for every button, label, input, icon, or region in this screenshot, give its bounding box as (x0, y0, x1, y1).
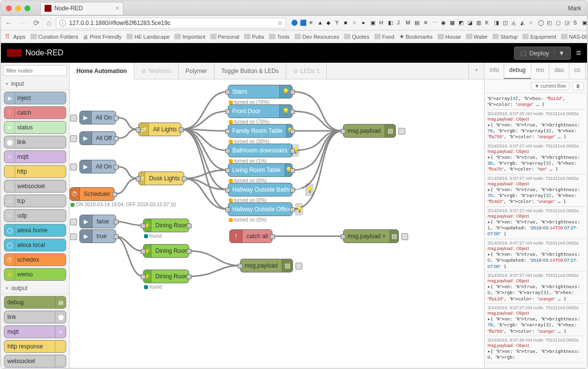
palette-link[interactable]: link⬤ (4, 311, 66, 323)
debug-payload-2[interactable]: msg.payload ×▤ (343, 229, 399, 243)
bookmark[interactable]: Tools (268, 33, 291, 41)
address-bar[interactable]: i 127.0.0.1:1880/#flow/62f61283.5ce19c ☆ (56, 18, 286, 28)
deploy-dropdown-icon[interactable]: ▼ (554, 49, 565, 57)
palette-mqtt[interactable]: mqtt≡ (4, 325, 66, 338)
debug-message[interactable]: 3/14/2018, 9:07:25 AM node: 701011e3.008… (486, 110, 586, 142)
bookmark[interactable]: Quotes (343, 33, 370, 41)
palette-link[interactable]: ⬤link (4, 136, 66, 148)
debug-message[interactable]: 3/14/2018, 9:07:27 AM node: 701011e3.008… (486, 142, 586, 174)
bookmark[interactable]: Dev Resources (293, 33, 341, 41)
dining-room-3[interactable]: ⚡Dining Room (143, 270, 189, 283)
palette-schedex[interactable]: ⏱schedex (4, 253, 66, 266)
inject-button[interactable] (70, 219, 77, 225)
tab-debug[interactable]: debug (504, 63, 531, 79)
palette-http-response[interactable]: http response⬚ (4, 340, 66, 353)
debug-toggle[interactable] (401, 233, 408, 240)
deploy-button[interactable]: ⬚ Deploy ▼ (514, 47, 571, 60)
palette-status[interactable]: ●status (4, 121, 66, 134)
palette-websocket[interactable]: ⬚websocket (4, 180, 66, 193)
extension-icons[interactable]: 🔵🟦✳▲◆Y■○●▣H◧JM▤✕⋯◉▦◩◪▥K◨◫◬◭○◯◰▢◲S▣◴m◶⋮ (291, 20, 588, 26)
filter-button[interactable]: ▼ current flow (531, 82, 569, 90)
light-node[interactable]: Living Room Table💡 (228, 163, 293, 177)
close-tab-icon[interactable]: × (116, 5, 119, 12)
tab-polymer[interactable]: Polymer (179, 63, 215, 79)
debug-message[interactable]: "k">array[3], "k">hex: "ffa12d", "k">col… (486, 94, 586, 110)
bookmark[interactable]: Food (373, 33, 396, 41)
debug-message[interactable]: 3/14/2018, 9:07:27 AM node: 701011e3.008… (486, 207, 586, 239)
home-icon[interactable]: ⌂ (47, 19, 51, 27)
palette-inject[interactable]: ▶inject (4, 92, 66, 104)
site-info-icon[interactable]: i (59, 20, 66, 26)
tab-toggle[interactable]: Toggle Button & LEDs (215, 63, 286, 79)
tab-info[interactable]: info (485, 63, 504, 79)
debug-message[interactable]: 3/14/2018, 9:07:27 AM node: 701011e3.008… (486, 174, 586, 207)
tab-mo[interactable]: mo (531, 63, 550, 79)
inject-all-on-2[interactable]: ▶All On (79, 160, 116, 173)
browser-tab[interactable]: Node-RED × (40, 2, 123, 15)
tab-netatmo[interactable]: ⊘NetAtmo (134, 63, 179, 79)
bookmark[interactable]: Important (173, 33, 206, 41)
add-tab-button[interactable]: + (468, 63, 484, 79)
debug-message[interactable]: 3/14/2018, 9:07:27 AM node: 701011e3.008… (486, 239, 586, 271)
palette-alexa-local[interactable]: ◯alexa local (4, 239, 66, 251)
bookmark[interactable]: Apps (12, 33, 27, 41)
all-lights-node[interactable]: ⇄All Lights (138, 123, 181, 136)
dining-room-1[interactable]: ⚡Dining Room (143, 219, 189, 232)
inject-all-off[interactable]: ▶All Off (79, 131, 116, 145)
catch-all-node[interactable]: !catch all (229, 229, 272, 243)
debug-message[interactable]: 3/14/2018, 9:07:27 AM node: 701011e3.008… (486, 304, 586, 336)
dining-room-2[interactable]: ⚡Dining Room (143, 244, 189, 258)
debug-message[interactable]: 3/14/2018, 9:07:27 AM node: 701011e3.008… (486, 271, 586, 304)
bookmark[interactable]: HE Landscape (125, 33, 171, 41)
palette-http[interactable]: ⬚http (4, 165, 66, 178)
bookmark[interactable]: Startup (491, 33, 519, 41)
inject-button[interactable] (70, 135, 77, 142)
light-node[interactable]: Hallway Outside Bathroom💡 (228, 183, 293, 197)
apps-icon[interactable]: ⠿ (5, 33, 10, 40)
inject-all-on[interactable]: ▶All On (79, 111, 116, 124)
debug-toggle[interactable] (398, 128, 405, 135)
light-node[interactable]: Family Room Table💡 (228, 124, 293, 138)
filter-input[interactable] (3, 65, 67, 76)
bookmark[interactable]: NAS-09 (560, 33, 587, 41)
bookmark[interactable]: Personal (209, 33, 241, 41)
flow-canvas[interactable]: ▶All On ▶All Off ▶All On ▶false ▶true ⇄A… (70, 79, 484, 368)
inject-false[interactable]: ▶false (79, 215, 116, 228)
debug-log[interactable]: "k">array[3], "k">hex: "ffa12d", "k">col… (485, 93, 587, 368)
inject-true[interactable]: ▶true (79, 229, 116, 243)
bookmark[interactable]: House (436, 33, 463, 41)
debug-payload-1[interactable]: msg.payload▤ (343, 124, 396, 138)
reload-icon[interactable]: ⟳ (33, 19, 40, 27)
inject-button[interactable] (70, 115, 77, 122)
bookmark[interactable]: Pubs (243, 33, 266, 41)
bookmark[interactable]: Wabe (465, 33, 489, 41)
back-icon[interactable]: ← (5, 19, 12, 27)
bookmark[interactable]: Equipment (521, 33, 558, 41)
light-node[interactable]: Hallway Outside Office💡 (228, 202, 293, 216)
palette-category-output[interactable]: output (1, 283, 69, 294)
palette-debug[interactable]: debug▤ (4, 296, 66, 309)
inject-button[interactable] (70, 164, 77, 171)
light-node[interactable]: Stairs💡 (228, 85, 293, 98)
light-node[interactable]: Bathroom downstairs💡 (228, 144, 293, 157)
palette-mqtt[interactable]: ≡mqtt (4, 150, 66, 163)
palette-websocket[interactable]: websocket⬚ (4, 355, 66, 368)
debug-toggle[interactable] (295, 263, 302, 270)
profile-name[interactable]: Mark (568, 5, 581, 12)
window-controls[interactable] (6, 5, 30, 11)
star-icon[interactable]: ☆ (277, 20, 283, 26)
debug-message[interactable]: 3/14/2018, 9:07:28 AM node: 701011e3.008… (486, 336, 586, 363)
bookmark[interactable]: Curation Folders (29, 33, 79, 41)
bookmark[interactable]: ★Bookmarks (398, 32, 434, 41)
tab-home-automation[interactable]: Home Automation (70, 63, 134, 79)
bookmark[interactable]: 🖨Print Friendly (81, 33, 123, 41)
palette-udp[interactable]: ↔udp (4, 209, 66, 222)
scheduler-node[interactable]: ⏱Scheduler (70, 187, 115, 201)
debug-payload-3[interactable]: msg.payload▤ (240, 259, 293, 272)
forward-icon[interactable]: → (19, 19, 26, 27)
light-node[interactable]: Front Door💡 (228, 104, 293, 118)
menu-icon[interactable]: ≡ (576, 48, 581, 58)
tab-co[interactable]: co (569, 63, 586, 79)
palette-wemo[interactable]: ⚡wemo (4, 268, 66, 281)
dusk-lights-node[interactable]: ⇄Dusk Lights (138, 172, 184, 185)
